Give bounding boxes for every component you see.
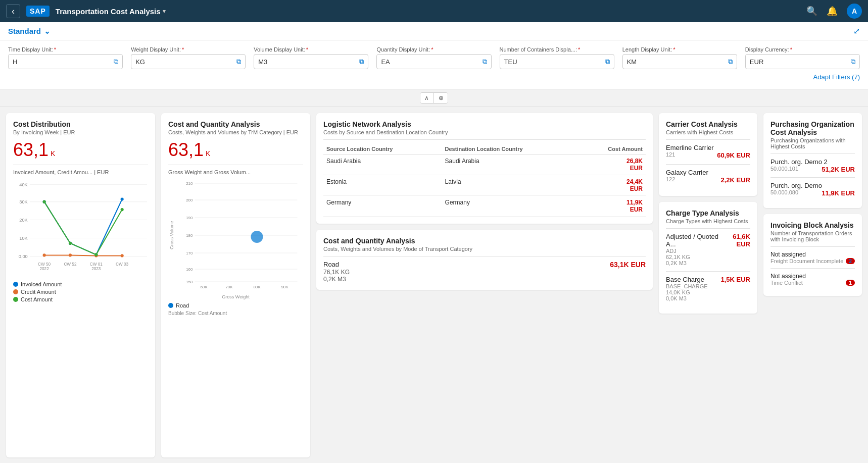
carrier-cost-title: Carrier Cost Analysis bbox=[666, 120, 750, 128]
carrier-cost-0: 60,9K EUR bbox=[717, 151, 750, 159]
filter-bar: Time Display Unit:* H ⧉ Weight Display U… bbox=[0, 40, 868, 89]
avatar[interactable]: A bbox=[847, 4, 862, 19]
carrier-pair-1: 122 2,2K EUR bbox=[666, 176, 750, 184]
purch-pair-1: 50.000.080 11,9K EUR bbox=[770, 189, 855, 197]
collapse-bar: ∧ ⊕ bbox=[0, 89, 868, 107]
volume-display-label: Volume Display Unit:* bbox=[254, 46, 368, 53]
collapse-settings-button[interactable]: ⊕ bbox=[435, 93, 448, 103]
svg-text:30K: 30K bbox=[19, 199, 28, 204]
road-volume: 0,2K M3 bbox=[323, 276, 646, 283]
purch-name-1: Purch. org. Demo bbox=[770, 182, 855, 189]
quantity-display-copy-icon[interactable]: ⧉ bbox=[483, 58, 487, 66]
weight-display-copy-icon[interactable]: ⧉ bbox=[236, 58, 241, 66]
carrier-name-0: Emerline Carrier bbox=[666, 144, 750, 151]
collapse-up-button[interactable]: ∧ bbox=[420, 93, 433, 103]
svg-point-26 bbox=[94, 253, 98, 256]
quantity-display-input[interactable]: EA ⧉ bbox=[376, 54, 491, 69]
svg-text:80K: 80K bbox=[253, 285, 261, 289]
inv-block-pair-1: Time Conflict 1 bbox=[770, 280, 855, 286]
cost-quantity-chart-container: Gross Volume 210 200 190 180 170 160 150 bbox=[168, 177, 303, 293]
weight-display-filter: Weight Display Unit:* KG ⧉ bbox=[131, 46, 246, 69]
svg-text:CW 50: CW 50 bbox=[38, 262, 51, 267]
road-row: Road 63,1K EUR bbox=[323, 261, 646, 269]
center-col: Logistic Network Analysis Costs by Sourc… bbox=[316, 113, 653, 457]
cost-quantity-title: Cost and Quantity Analysis bbox=[168, 120, 303, 128]
purch-row-1: Purch. org. Demo 50.000.080 11,9K EUR bbox=[770, 182, 855, 197]
app-header: ‹ SAP Transportation Cost Analysis ▾ 🔍 🔔… bbox=[0, 0, 868, 22]
charge-pair-1: Base Charge 1,5K EUR bbox=[666, 276, 750, 283]
purch-pair-0: 50.000.101 51,2K EUR bbox=[770, 166, 855, 173]
purch-id-0: 50.000.101 bbox=[770, 166, 798, 172]
svg-point-46 bbox=[251, 231, 263, 243]
time-display-input[interactable]: H ⧉ bbox=[8, 54, 123, 69]
carrier-charge-col: Carrier Cost Analysis Carriers with High… bbox=[659, 113, 757, 457]
logistic-network-subtitle: Costs by Source and Destination Location… bbox=[323, 129, 646, 135]
length-display-copy-icon[interactable]: ⧉ bbox=[728, 58, 733, 66]
table-row: Saudi Arabia Saudi Arabia 26,8KEUR bbox=[323, 155, 646, 175]
legend-dot-cost bbox=[13, 297, 18, 302]
table-header-row: Source Location Country Destination Loca… bbox=[323, 144, 646, 155]
svg-text:210: 210 bbox=[186, 181, 193, 186]
carrier-name-1: Galaxy Carrier bbox=[666, 169, 750, 176]
charge-cost-0: 61,6K EUR bbox=[721, 233, 750, 248]
charge-type-subtitle: Charge Types with Highest Costs bbox=[666, 218, 750, 224]
currency-display-copy-icon[interactable]: ⧉ bbox=[851, 58, 855, 66]
charge-cost-1: 1,5K EUR bbox=[720, 276, 750, 283]
cost-quantity-subtitle: Costs, Weights and Volumes by TrM Catego… bbox=[168, 129, 303, 135]
logistic-network-card: Logistic Network Analysis Costs by Sourc… bbox=[316, 113, 653, 224]
containers-display-input[interactable]: TEU ⧉ bbox=[500, 54, 614, 69]
charge-name-1: Base Charge bbox=[666, 276, 704, 283]
cost-quantity-legend: Road bbox=[168, 302, 303, 308]
purch-name-0: Purch. org. Demo 2 bbox=[770, 158, 855, 166]
invoicing-block-title: Invoicing Block Analysis bbox=[770, 221, 855, 229]
length-display-input[interactable]: KM ⧉ bbox=[622, 54, 737, 69]
cost-quantity-amount: 63,1 K bbox=[168, 139, 303, 161]
back-button[interactable]: ‹ bbox=[6, 4, 20, 18]
search-icon[interactable]: 🔍 bbox=[806, 6, 817, 17]
svg-point-21 bbox=[69, 253, 72, 256]
carrier-id-0: 121 bbox=[666, 151, 675, 158]
containers-display-copy-icon[interactable]: ⧉ bbox=[605, 58, 610, 66]
title-dropdown-arrow[interactable]: ▾ bbox=[163, 8, 166, 15]
weight-display-label: Weight Display Unit:* bbox=[131, 46, 246, 53]
notification-icon[interactable]: 🔔 bbox=[827, 6, 838, 17]
carrier-pair-0: 121 60,9K EUR bbox=[666, 151, 750, 159]
charge-volume-1: 0,0K M3 bbox=[666, 295, 750, 301]
charge-row-0: Adjusted / Quoted A... 61,6K EUR ADJ 62,… bbox=[666, 233, 750, 266]
view-selector[interactable]: Standard ⌄ bbox=[8, 27, 51, 36]
legend-dot-road bbox=[168, 303, 173, 308]
cost-distribution-svg: 40K 30K 20K 10K 0,00 CW 50 2022 CW 52 CW… bbox=[13, 177, 148, 278]
cost-quantity-svg: 210 200 190 180 170 160 150 60K 70K 80K bbox=[175, 177, 303, 293]
currency-display-input[interactable]: EUR ⧉ bbox=[745, 54, 860, 69]
right-col: Purchasing Organization Cost Analysis Pu… bbox=[763, 113, 862, 457]
filter-row: Time Display Unit:* H ⧉ Weight Display U… bbox=[8, 46, 860, 69]
invoicing-block-card: Invoicing Block Analysis Number of Trans… bbox=[763, 214, 862, 296]
charge-volume-0: 0,2K M3 bbox=[666, 260, 750, 266]
collapse-controls: ∧ ⊕ bbox=[420, 92, 448, 104]
col-dest: Destination Location Country bbox=[442, 144, 580, 155]
cost-distribution-title: Cost Distribution bbox=[13, 120, 148, 128]
inv-block-name-0: Not assigned bbox=[770, 251, 855, 258]
svg-point-19 bbox=[121, 197, 124, 200]
volume-display-input[interactable]: M3 ⧉ bbox=[254, 54, 368, 69]
quantity-display-label: Quantity Display Unit:* bbox=[376, 46, 491, 53]
quantity-display-filter: Quantity Display Unit:* EA ⧉ bbox=[376, 46, 491, 69]
svg-text:CW 03: CW 03 bbox=[116, 262, 129, 267]
col-source: Source Location Country bbox=[323, 144, 442, 155]
invoicing-block-subtitle: Number of Transportation Orders with Inv… bbox=[770, 230, 855, 242]
adapt-filters-button[interactable]: Adapt Filters (7) bbox=[813, 71, 860, 83]
svg-text:0,00: 0,00 bbox=[19, 254, 28, 259]
containers-display-filter: Number of Containers Displa...:* TEU ⧉ bbox=[500, 46, 614, 69]
svg-text:2022: 2022 bbox=[39, 267, 49, 271]
app-title-text: Transportation Cost Analysis bbox=[56, 7, 161, 16]
purchasing-org-title: Purchasing Organization Cost Analysis bbox=[770, 120, 855, 136]
export-button[interactable]: ⤢ bbox=[853, 26, 860, 36]
toolbar: Standard ⌄ ⤢ bbox=[0, 22, 868, 40]
svg-text:90K: 90K bbox=[281, 285, 288, 289]
volume-display-copy-icon[interactable]: ⧉ bbox=[359, 58, 364, 66]
cost-quantity-card: Cost and Quantity Analysis Costs, Weight… bbox=[161, 113, 310, 457]
time-display-copy-icon[interactable]: ⧉ bbox=[114, 58, 118, 66]
charge-id-0: ADJ bbox=[666, 248, 750, 254]
weight-display-input[interactable]: KG ⧉ bbox=[131, 54, 246, 69]
inv-block-row-1: Not assigned Time Conflict 1 bbox=[770, 273, 855, 286]
